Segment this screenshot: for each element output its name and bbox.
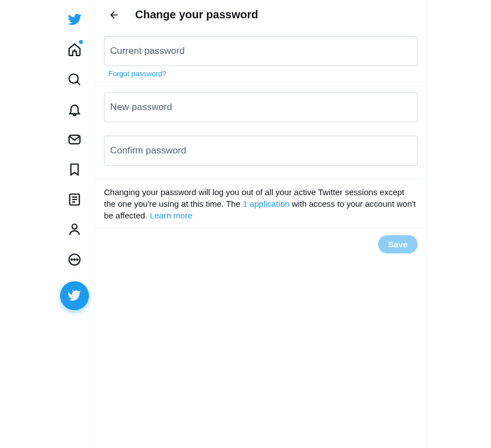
back-button[interactable] bbox=[104, 5, 124, 25]
current-password-field-wrapper bbox=[104, 36, 418, 66]
learn-more-link[interactable]: Learn more bbox=[150, 211, 192, 220]
svg-point-7 bbox=[74, 259, 75, 260]
svg-point-1 bbox=[69, 74, 78, 83]
bookmark-icon bbox=[67, 162, 82, 177]
info-message: Changing your password will log you out … bbox=[95, 180, 426, 228]
more-icon bbox=[67, 252, 82, 267]
save-button[interactable]: Save bbox=[378, 235, 418, 253]
twitter-bird-icon bbox=[67, 12, 82, 27]
current-password-section: Forgot password? bbox=[95, 29, 426, 86]
sidebar-item-profile[interactable] bbox=[61, 216, 88, 243]
svg-point-4 bbox=[72, 224, 77, 229]
page-header: Change your password bbox=[95, 0, 426, 29]
forgot-password-link[interactable]: Forgot password? bbox=[104, 69, 166, 78]
compose-tweet-button[interactable] bbox=[60, 281, 89, 310]
svg-point-8 bbox=[77, 259, 78, 260]
new-password-input[interactable] bbox=[110, 102, 411, 113]
notification-dot bbox=[79, 40, 83, 44]
person-icon bbox=[67, 222, 82, 237]
arrow-left-icon bbox=[108, 9, 120, 21]
sidebar-item-notifications[interactable] bbox=[61, 96, 88, 123]
sidebar-item-messages[interactable] bbox=[61, 126, 88, 153]
list-icon bbox=[67, 192, 82, 207]
page-title: Change your password bbox=[135, 8, 258, 21]
mail-icon bbox=[67, 132, 82, 147]
new-password-field-wrapper bbox=[104, 92, 418, 122]
home-icon bbox=[67, 42, 82, 57]
sidebar-item-explore[interactable] bbox=[61, 66, 88, 93]
logo-twitter[interactable] bbox=[61, 6, 88, 33]
svg-point-0 bbox=[73, 49, 75, 51]
search-icon bbox=[67, 72, 82, 87]
applications-link[interactable]: 1 application bbox=[242, 199, 289, 208]
svg-point-6 bbox=[71, 259, 72, 260]
confirm-password-field-wrapper bbox=[104, 136, 418, 166]
current-password-input[interactable] bbox=[110, 46, 411, 57]
sidebar-item-bookmarks[interactable] bbox=[61, 156, 88, 183]
compose-icon bbox=[68, 289, 81, 302]
save-row: Save bbox=[95, 228, 426, 260]
main-content: Change your password Forgot password? Ch… bbox=[95, 0, 427, 448]
sidebar-item-home[interactable] bbox=[61, 36, 88, 63]
sidebar-item-lists[interactable] bbox=[61, 186, 88, 213]
sidebar-item-more[interactable] bbox=[61, 246, 88, 273]
sidebar bbox=[54, 0, 95, 448]
bell-icon bbox=[67, 102, 82, 117]
confirm-password-input[interactable] bbox=[110, 145, 411, 156]
new-password-section bbox=[95, 86, 426, 180]
